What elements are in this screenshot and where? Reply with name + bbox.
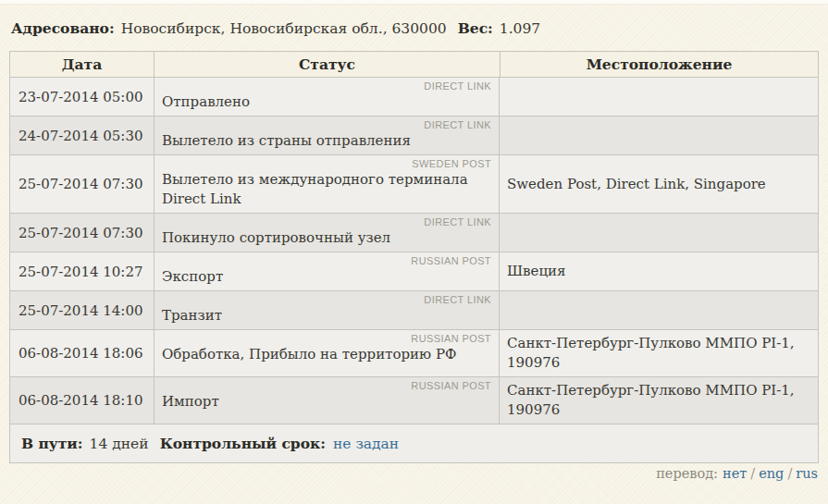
location-cell: Sweden Post, Direct Link, Singapore [500, 155, 818, 213]
status-cell: RUSSIAN POST Импорт [154, 377, 500, 424]
date-cell: 25-07-2014 07:30 [10, 214, 154, 252]
carrier-label: DIRECT LINK [162, 294, 491, 306]
carrier-label: RUSSIAN POST [162, 255, 491, 267]
location-cell [500, 78, 818, 116]
tracking-table: Дата Статус Местоположение 23-07-2014 05… [9, 51, 819, 463]
shipment-summary: Адресовано:Новосибирск, Новосибирская об… [0, 5, 828, 39]
table-row: 25-07-2014 10:27 RUSSIAN POST Экспорт Шв… [10, 252, 818, 290]
status-cell: SWEDEN POST Вылетело из международного т… [154, 155, 500, 213]
date-cell: 25-07-2014 10:27 [10, 252, 154, 290]
status-cell: DIRECT LINK Покинуло сортировочный узел [154, 214, 500, 252]
carrier-label: DIRECT LINK [162, 80, 491, 92]
addressed-label: Адресовано: [11, 19, 115, 37]
addressed-value: Новосибирск, Новосибирская обл., 630000 [121, 20, 447, 37]
table-footer: В пути: 14 дней Контрольный срок: не зад… [10, 424, 818, 462]
table-row: 23-07-2014 05:00 DIRECT LINK Отправлено [10, 77, 818, 116]
status-text: Отправлено [162, 92, 491, 112]
status-cell: RUSSIAN POST Обработка, Прибыло на терри… [154, 330, 500, 376]
status-text: Транзит [162, 306, 491, 326]
location-cell [500, 214, 818, 252]
status-text: Экспорт [162, 267, 491, 287]
carrier-label: SWEDEN POST [162, 158, 491, 170]
transit-value: 14 дней [90, 436, 149, 452]
location-cell: Швеция [500, 252, 818, 290]
status-text: Обработка, Прибыло на территорию РФ [162, 345, 491, 364]
column-header-location: Местоположение [500, 52, 818, 77]
status-text: Вылетело из международного терминала Dir… [162, 170, 491, 209]
date-cell: 25-07-2014 14:00 [10, 291, 154, 329]
date-cell: 06-08-2014 18:06 [10, 330, 154, 376]
translation-separator: / [750, 466, 755, 481]
weight-label: Вес: [458, 19, 493, 37]
carrier-label: DIRECT LINK [162, 119, 491, 131]
status-cell: DIRECT LINK Отправлено [154, 78, 500, 116]
table-row: 06-08-2014 18:06 RUSSIAN POST Обработка,… [10, 329, 818, 376]
location-cell: Санкт-Петербург-Пулково ММПО PI-1, 19097… [500, 330, 818, 376]
column-header-status: Статус [154, 52, 500, 77]
carrier-label: RUSSIAN POST [162, 333, 491, 345]
column-header-date: Дата [10, 52, 154, 77]
table-row: 24-07-2014 05:30 DIRECT LINK Вылетело из… [10, 116, 818, 154]
deadline-link[interactable]: не задан [333, 436, 399, 452]
table-row: 25-07-2014 07:30 DIRECT LINK Покинуло со… [10, 213, 818, 252]
status-text: Вылетело из страны отправления [162, 131, 491, 151]
status-text: Покинуло сортировочный узел [162, 228, 491, 248]
translation-label: перевод: [656, 466, 718, 481]
table-header-row: Дата Статус Местоположение [10, 52, 818, 77]
translation-option-eng[interactable]: eng [759, 466, 784, 481]
carrier-label: RUSSIAN POST [162, 380, 491, 392]
carrier-label: DIRECT LINK [162, 216, 491, 228]
location-cell [500, 117, 818, 154]
date-cell: 25-07-2014 07:30 [10, 155, 154, 213]
status-text: Импорт [162, 392, 491, 412]
deadline-label: Контрольный срок: [160, 435, 326, 452]
translation-option-none[interactable]: нет [723, 466, 747, 481]
status-cell: DIRECT LINK Вылетело из страны отправлен… [154, 117, 500, 154]
table-row: 25-07-2014 14:00 DIRECT LINK Транзит [10, 290, 818, 329]
location-cell: Санкт-Петербург-Пулково ММПО PI-1, 19097… [500, 377, 818, 424]
weight-value: 1.097 [500, 20, 540, 37]
transit-label: В пути: [21, 435, 83, 452]
translation-option-rus[interactable]: rus [796, 466, 818, 481]
table-row: 06-08-2014 18:10 RUSSIAN POST Импорт Сан… [10, 376, 818, 424]
status-cell: DIRECT LINK Транзит [154, 291, 500, 329]
status-cell: RUSSIAN POST Экспорт [154, 252, 500, 290]
translation-separator: / [787, 466, 792, 481]
location-cell [500, 291, 818, 329]
table-row: 25-07-2014 07:30 SWEDEN POST Вылетело из… [10, 154, 818, 213]
translation-switcher: перевод:нет/eng/rus [0, 466, 818, 482]
date-cell: 24-07-2014 05:30 [10, 117, 154, 154]
date-cell: 06-08-2014 18:10 [10, 377, 154, 424]
date-cell: 23-07-2014 05:00 [10, 78, 154, 116]
